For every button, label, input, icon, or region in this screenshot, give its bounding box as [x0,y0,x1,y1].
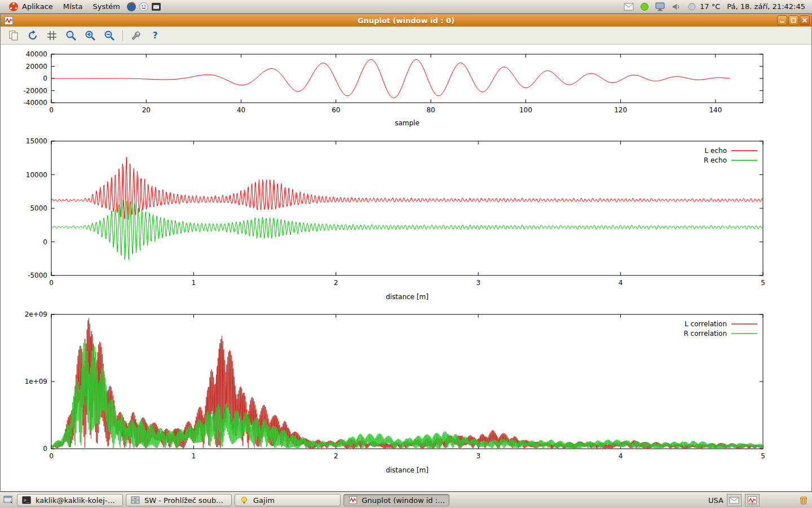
y-tick-label: 20000 [26,63,47,71]
y-tick-label: 0 [43,445,47,453]
zoom-out-button[interactable] [102,28,117,43]
x-tick-label: 40 [237,106,245,114]
x-tick-label: 0 [49,452,54,460]
window-controls [777,15,810,25]
taskbar-item-label: kaklik@kaklik-kolej-u... [36,496,119,505]
plot-border [51,54,763,103]
y-tick-label: 2e+09 [25,310,47,318]
top-panel: Aplikace Místa Systém 17 °C [0,0,812,14]
replot-button[interactable] [25,28,40,43]
tray-mail-box[interactable] [727,494,742,506]
l-correlation-series [51,318,763,449]
weather-applet[interactable]: 17 °C [686,1,720,12]
taskbar-item-label: Gajim [253,496,275,505]
weather-temp: 17 °C [700,2,720,11]
firefox-icon[interactable] [126,1,137,12]
y-tick-label: -20000 [23,87,47,95]
legend-label: L correlation [685,320,727,328]
copy-to-clipboard-button[interactable] [6,28,21,43]
plot-icon [748,496,757,505]
menu-applications-label: Aplikace [22,2,53,11]
x-tick-label: 2 [334,452,338,460]
panel-tray: 17 °C Pá, 18. září, 21:42:45 [623,1,809,12]
y-tick-label: 40000 [26,50,47,58]
help-button[interactable]: ? [148,28,162,43]
x-tick-label: 140 [709,106,722,114]
show-desktop-icon[interactable] [3,494,14,506]
close-button[interactable] [800,15,810,25]
svg-text:?: ? [153,30,158,41]
legend-label: R correlation [683,330,727,338]
ubuntu-logo-icon [8,1,19,12]
gnuplot-toolbar: ? [1,27,811,45]
configure-button[interactable] [129,28,143,43]
x-tick-label: 100 [519,106,532,114]
x-tick-label: 2 [334,279,338,287]
file-manager-icon [130,494,141,506]
y-tick-label: 5000 [30,204,47,212]
titlebar[interactable]: Gnuplot (window id : 0) [1,14,811,27]
l-echo-series [51,157,763,220]
face-icon[interactable] [138,1,149,12]
x-axis-label: distance [m] [386,466,429,474]
taskbar: >_ kaklik@kaklik-kolej-u... SW - Prohlíž… [0,492,812,508]
signal-series [51,60,730,98]
y-tick-label: 15000 [26,137,47,145]
gnuplot-window-icon [3,15,14,26]
y-tick-label: 1e+09 [25,378,47,386]
menu-places-label: Místa [63,2,83,11]
terminal-icon: >_ [21,494,32,506]
mail-icon [729,497,739,504]
svg-text:>_: >_ [24,498,29,503]
taskbar-item-terminal[interactable]: >_ kaklik@kaklik-kolej-u... [17,494,123,506]
plot-border [51,314,763,449]
mail-icon[interactable] [623,1,634,12]
zoom-button[interactable] [64,28,78,43]
maximize-button[interactable] [788,15,798,25]
x-tick-label: 60 [332,106,340,114]
tray-plot-box[interactable] [745,494,760,506]
keyboard-layout-indicator[interactable]: USA [708,496,723,505]
clock-applet[interactable]: Pá, 18. září, 21:42:45 [725,2,807,11]
volume-icon[interactable] [670,1,682,12]
weather-icon [686,1,698,12]
taskbar-item-gnuplot[interactable]: Gnuplot (window id : 0) [343,494,449,506]
y-tick-label: 0 [43,238,47,246]
y-tick-label: 0 [43,75,47,82]
taskbar-tray: USA [708,494,809,506]
x-tick-label: 4 [619,452,623,460]
trash-icon[interactable] [798,494,809,506]
x-tick-label: 80 [426,106,435,114]
gnuplot-icon [347,494,359,506]
menu-places[interactable]: Místa [59,1,87,12]
x-tick-label: 1 [192,452,196,460]
minimize-button[interactable] [777,15,787,25]
menu-applications[interactable]: Aplikace [3,0,58,14]
zoom-in-button[interactable] [83,28,98,43]
plot-canvas[interactable]: 020406080100120140-40000-200000200004000… [1,45,811,491]
menu-system-label: Systém [92,2,120,11]
display-icon[interactable] [655,1,666,12]
x-tick-label: 3 [476,279,480,287]
gnuplot-window: Gnuplot (window id : 0) [0,14,812,492]
x-tick-label: 4 [619,279,623,287]
legend-label: L echo [705,147,727,155]
x-tick-label: 3 [476,452,480,460]
gajim-icon [239,494,250,506]
plot-area[interactable]: 020406080100120140-40000-200000200004000… [1,45,811,491]
y-tick-label: 10000 [26,171,47,179]
x-tick-label: 0 [49,106,54,114]
x-tick-label: 5 [761,452,765,460]
taskbar-item-file-browser[interactable]: SW - Prohlížeč souborů [126,494,232,506]
taskbar-item-gajim[interactable]: Gajim [235,494,341,506]
toggle-grid-button[interactable] [45,28,59,43]
presence-icon[interactable] [639,1,650,12]
mail-terminal-icon[interactable] [151,1,162,12]
r-echo-series [51,200,763,260]
menu-system[interactable]: Systém [88,1,124,12]
x-axis-label: sample [395,119,420,127]
x-tick-label: 120 [614,106,627,114]
taskbar-item-label: Gnuplot (window id : 0) [362,496,445,505]
window-title: Gnuplot (window id : 0) [1,16,811,25]
x-tick-label: 0 [49,279,54,287]
